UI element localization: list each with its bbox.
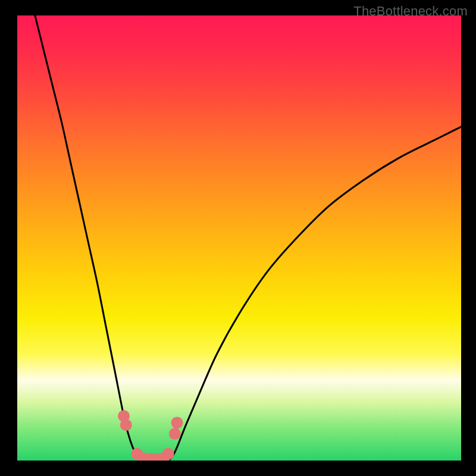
- marker-dot: [169, 428, 181, 440]
- marker-dot: [162, 448, 174, 460]
- chart-frame: TheBottleneck.com: [0, 0, 476, 476]
- plot-area: [17, 15, 461, 461]
- marker-dot: [171, 416, 183, 428]
- series-left-curve: [35, 15, 146, 461]
- data-curves: [35, 15, 461, 461]
- highlight-markers: [118, 410, 183, 461]
- watermark-text: TheBottleneck.com: [353, 4, 468, 19]
- series-right-curve: [164, 127, 461, 461]
- chart-svg: [17, 15, 461, 461]
- marker-dot: [120, 419, 132, 431]
